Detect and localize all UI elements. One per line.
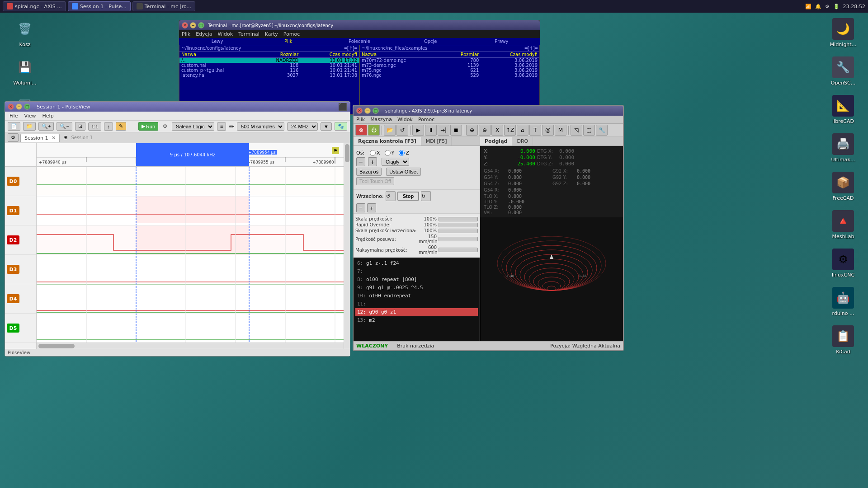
desktop-icon-meshlab[interactable]: 🔺 MeshLab <box>827 210 859 239</box>
axis-menu-widok[interactable]: Widok <box>397 117 413 122</box>
mc-right-row-0[interactable]: m70m72-demo.ngc 780 3.06.2019 <box>360 58 539 63</box>
desktop-icon-linuxcnc[interactable]: ⚙️ linuxCNC <box>827 249 859 278</box>
ustaw-offset-btn[interactable]: Ustaw Offset <box>386 168 421 176</box>
term-menu-pomoc[interactable]: Pomoc <box>283 31 300 37</box>
pv-cursor-region[interactable]: 9 µs / 107.6044 kHz <box>136 143 249 166</box>
spindle-stop-btn[interactable]: Stop <box>397 192 419 201</box>
axis-menu-plik[interactable]: Plik <box>356 117 365 122</box>
pv-device-opts-btn[interactable]: ≡ <box>217 122 226 131</box>
axis-run-btn[interactable]: ▶ <box>412 125 424 136</box>
pv-close-btn[interactable]: ✕ <box>8 103 14 110</box>
pv-menu-help[interactable]: Help <box>40 113 57 119</box>
pv-scrollbar-thumb[interactable] <box>38 344 75 348</box>
taskbar-item-pulseview[interactable]: Session 1 - Pulse... <box>68 1 131 11</box>
override-rapid-slider[interactable] <box>439 223 478 227</box>
mc-left-row-1[interactable]: custom.hal 108 10.01 21:41 <box>179 63 359 68</box>
pv-settings-icon[interactable]: ⚙ <box>163 123 167 129</box>
axis-pause-btn[interactable]: ⏸ <box>425 125 437 136</box>
axis-manual-tab[interactable]: Ręczna kontrola [F3] <box>354 137 421 145</box>
pv-zoom-fit-btn[interactable]: ⊡ <box>75 122 85 131</box>
desktop-icon-librecad[interactable]: 📐 libreCAD <box>827 95 859 124</box>
desktop-icon-freecad[interactable]: 📦 FreeCAD <box>827 172 859 201</box>
pv-zoom-one-btn[interactable]: 1:1 <box>88 122 101 131</box>
axis-preview-tab[interactable]: Podgląd <box>480 137 512 145</box>
pv-vscroll-thumb[interactable] <box>345 144 349 162</box>
axis-coord-btn[interactable]: @ <box>542 125 554 136</box>
spindle-minus-btn[interactable]: − <box>356 203 365 212</box>
term-menu-terminal[interactable]: Terminal <box>238 31 259 37</box>
axis-view3-btn[interactable]: 🔧 <box>596 125 608 136</box>
pv-samples-select[interactable]: 500 M samples <box>237 122 284 131</box>
pv-open-btn[interactable]: 📁 <box>23 122 36 131</box>
taskbar-item-axis[interactable]: spiral.ngc - AXIS ... <box>3 1 66 11</box>
axis-estop-btn[interactable]: ⊗ <box>355 125 367 136</box>
term-menu-plik[interactable]: Plik <box>182 31 190 37</box>
axis-menu-pomoc[interactable]: Pomoc <box>418 117 434 122</box>
pv-scroll-btn[interactable]: ↕ <box>104 122 113 131</box>
pv-expand-btn[interactable]: ⬛ <box>338 103 347 111</box>
pv-new-btn[interactable]: 📄 <box>8 122 20 131</box>
pv-rate-select[interactable]: 24 MHz <box>287 122 318 131</box>
terminal-close-btn[interactable]: ✕ <box>182 22 188 28</box>
pv-marker-btn[interactable]: ✎ <box>116 122 126 131</box>
terminal-max-btn[interactable]: □ <box>198 22 204 28</box>
pv-add-session-btn[interactable]: ⊞ <box>63 135 67 141</box>
pv-horizontal-scrollbar[interactable] <box>37 343 344 349</box>
pv-zoom-in-btn[interactable]: 🔍+ <box>38 122 54 131</box>
axis-home-btn[interactable]: ⌂ <box>517 125 528 136</box>
mc-left-row-2[interactable]: custom_p~tgui.hal 116 10.01 21:41 <box>179 68 359 73</box>
desktop-icon-ultimak[interactable]: 🖨️ Ultimak... <box>827 133 859 163</box>
axis-x-radio[interactable] <box>370 150 376 156</box>
spindle-ccw-btn[interactable]: ↺ <box>386 191 396 201</box>
jog-minus-btn[interactable]: − <box>356 157 365 166</box>
axis-max-btn[interactable]: □ <box>373 108 379 114</box>
axis-stop-btn[interactable]: ⏹ <box>450 125 462 136</box>
desktop-icon-kicad[interactable]: 📋 KiCad <box>827 325 859 355</box>
pv-waveform-area[interactable]: 9 µs / 107.6044 kHz +7889940 µs +7889945… <box>37 143 344 349</box>
pv-max-btn[interactable]: □ <box>24 103 30 110</box>
axis-z-up-btn[interactable]: ↑Z <box>504 125 516 136</box>
axis-macro-btn[interactable]: M <box>555 125 566 136</box>
axis-touch-btn[interactable]: T <box>529 125 541 136</box>
pv-tab-close-btn[interactable]: ✕ <box>52 135 56 141</box>
pv-add-btn[interactable]: 🐾 <box>335 122 347 131</box>
pv-run-btn[interactable]: ▶ Run <box>138 122 158 131</box>
override-speed-slider[interactable] <box>439 217 478 221</box>
term-menu-widok[interactable]: Widok <box>217 31 233 37</box>
override-spindle-slider[interactable] <box>439 229 478 233</box>
desktop-icon-midnight[interactable]: 🌙 Midnight... <box>827 18 859 47</box>
mc-right-row-3[interactable]: m76.ngc 529 3.06.2019 <box>360 73 539 78</box>
axis-z-radio[interactable] <box>399 150 405 156</box>
spindle-plus-btn[interactable]: + <box>367 203 376 212</box>
desktop-icon-arduino[interactable]: 🤖 rduino ... <box>827 287 859 316</box>
axis-dro-tab[interactable]: DRO <box>512 137 533 145</box>
jog-plus-btn[interactable]: + <box>368 157 377 166</box>
term-menu-edycja[interactable]: Edycja <box>196 31 212 37</box>
mc-right-row-1[interactable]: m73-demo.ngc 1139 3.06.2019 <box>360 63 539 68</box>
axis-open-btn[interactable]: 📂 <box>384 125 396 136</box>
pv-vertical-scrollbar[interactable] <box>344 143 350 349</box>
axis-min-btn[interactable]: − <box>364 108 371 114</box>
pv-device-select[interactable]: Saleae Logic <box>172 122 214 131</box>
desktop-icon-volumi1[interactable]: 💾 Wolumi... <box>9 56 41 86</box>
jog-mode-select[interactable]: Ciągły <box>382 158 409 166</box>
taskbar-item-terminal[interactable]: Terminal - mc [ro... <box>132 1 195 11</box>
axis-minus-btn[interactable]: ⊖ <box>479 125 491 136</box>
axis-power-btn[interactable]: ⏻ <box>368 125 380 136</box>
axis-plus-x-btn[interactable]: ⊕ <box>466 125 478 136</box>
axis-view1-btn[interactable]: ◹ <box>571 125 582 136</box>
axis-3d-view[interactable]: 3.48 3.48 <box>480 217 623 341</box>
mc-right-row-2[interactable]: m75.ngc 621 3.06.2019 <box>360 68 539 73</box>
axis-close-btn[interactable]: ✕ <box>356 108 363 114</box>
axis-mdi-tab[interactable]: MDI [F5] <box>421 137 452 145</box>
override-max-slider[interactable] <box>439 248 478 252</box>
axis-y-radio[interactable] <box>385 150 391 156</box>
pv-session1-tab[interactable]: Session 1 ✕ <box>20 134 60 142</box>
baza-os-btn[interactable]: Bazuj oś <box>356 168 382 176</box>
mc-left-row-3[interactable]: latency.hal 3027 13.01 17:08 <box>179 73 359 78</box>
pv-menu-view[interactable]: View <box>21 113 38 119</box>
pv-tab-settings-btn[interactable]: ⚙ <box>8 133 19 142</box>
desktop-icon-opensc[interactable]: 🔧 OpenSC... <box>827 56 859 86</box>
spindle-cw-btn[interactable]: ↻ <box>421 191 431 201</box>
axis-view2-btn[interactable]: ⬚ <box>583 125 595 136</box>
